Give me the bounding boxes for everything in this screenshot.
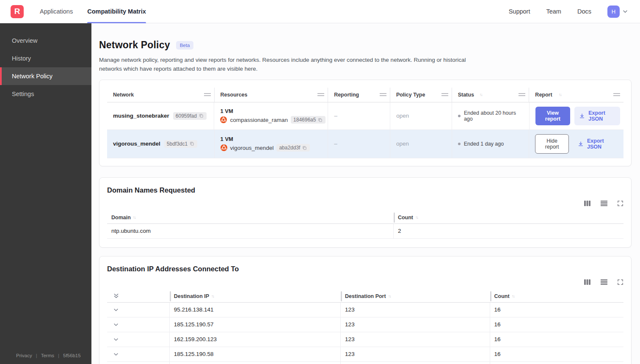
top-nav: R Applications Compatibility Matrix Supp…: [0, 0, 640, 23]
domains-card: Domain Names Requested Domain ↑↓ Count ↑…: [99, 177, 632, 248]
copy-icon[interactable]: [302, 145, 307, 151]
col-header-policy-type[interactable]: Policy Type: [390, 88, 452, 102]
divider: |: [36, 353, 37, 358]
export-json-button[interactable]: Export JSON: [573, 135, 620, 153]
nav-link-docs[interactable]: Docs: [577, 8, 591, 15]
destination-port: 123: [341, 362, 490, 364]
networks-table-header: Network Resources Reporting Policy Type …: [107, 88, 623, 102]
policy-type-value: open: [390, 102, 452, 130]
network-name: vigorous_mendel: [113, 141, 160, 147]
tab-compatibility-matrix[interactable]: Compatibility Matrix: [87, 0, 146, 23]
destination-ip: 185.125.190.57: [170, 317, 341, 332]
domain-value: ntp.ubuntu.com: [107, 224, 394, 238]
sort-icon[interactable]: ↑↓: [211, 294, 215, 298]
chevron-down-icon[interactable]: [111, 322, 119, 328]
column-resize-handle[interactable]: [204, 93, 211, 96]
status-dot: [458, 143, 461, 145]
networks-card: Network Resources Reporting Policy Type …: [99, 80, 632, 166]
col-header-resources[interactable]: Resources: [215, 88, 328, 102]
app-logo[interactable]: R: [11, 5, 24, 18]
sidebar-item-overview[interactable]: Overview: [0, 32, 91, 50]
tab-applications[interactable]: Applications: [40, 0, 73, 23]
destinations-card: Destination IP Addresses Connected To: [99, 256, 632, 364]
chevron-down-icon[interactable]: [111, 307, 119, 313]
view-report-button[interactable]: View report: [535, 107, 571, 125]
col-header-network[interactable]: Network: [107, 88, 215, 102]
column-resize-handle[interactable]: [380, 93, 386, 96]
tab-label: Compatibility Matrix: [87, 8, 146, 15]
domain-row: ntp.ubuntu.com 2: [107, 224, 623, 239]
col-header-count[interactable]: Count ↑↓: [490, 290, 623, 302]
divider: |: [58, 353, 59, 358]
expand-all-icon[interactable]: [111, 293, 119, 299]
destination-port: 123: [341, 347, 490, 361]
beta-badge: Beta: [176, 41, 194, 50]
destination-row: 162.159.200.123 123 16: [107, 332, 623, 347]
fullscreen-icon[interactable]: [617, 200, 623, 207]
col-header-destination-port[interactable]: Destination Port ↑↓: [341, 290, 490, 302]
sidebar-item-label: Settings: [12, 91, 34, 97]
col-header-report[interactable]: Report ↑↓: [529, 88, 623, 102]
copy-icon[interactable]: [317, 117, 323, 123]
count-value: 16: [490, 362, 623, 364]
resource-name: vigorous_mendel: [230, 145, 274, 151]
hide-report-button[interactable]: Hide report: [535, 134, 569, 154]
columns-icon[interactable]: [584, 279, 591, 285]
col-header-count[interactable]: Count ↑↓: [394, 212, 623, 223]
terms-link[interactable]: Terms: [41, 353, 54, 358]
col-header-reporting[interactable]: Reporting: [328, 88, 390, 102]
vm-count: 1 VM: [220, 108, 233, 114]
sidebar-item-history[interactable]: History: [0, 50, 91, 67]
network-row: vigorous_mendel 5bdf3dc1 1 VM vig: [107, 130, 623, 158]
count-value: 2: [394, 224, 623, 238]
copy-icon[interactable]: [189, 141, 195, 146]
privacy-link[interactable]: Privacy: [16, 353, 32, 358]
col-header-status[interactable]: Status ↑↓: [452, 88, 530, 102]
sort-icon[interactable]: ↑↓: [388, 294, 392, 298]
export-json-button[interactable]: Export JSON: [574, 107, 620, 125]
col-header-destination-ip[interactable]: Destination IP ↑↓: [170, 290, 341, 302]
column-resize-handle[interactable]: [613, 93, 620, 96]
ubuntu-icon: [220, 116, 227, 123]
vm-count: 1 VM: [221, 136, 233, 142]
reporting-value: –: [328, 102, 390, 130]
sort-icon[interactable]: ↑↓: [415, 215, 419, 220]
column-resize-handle[interactable]: [317, 93, 324, 96]
destination-row: 185.125.190.58 123 16: [107, 347, 623, 362]
destinations-table: Destination IP ↑↓ Destination Port ↑↓ Co…: [107, 290, 623, 364]
ubuntu-icon: [221, 144, 227, 151]
chevron-down-icon[interactable]: [111, 351, 119, 357]
sort-icon[interactable]: ↑↓: [480, 92, 483, 97]
col-header-domain[interactable]: Domain ↑↓: [107, 212, 394, 223]
rows-icon[interactable]: [600, 279, 608, 285]
nav-link-support[interactable]: Support: [509, 8, 530, 15]
copy-icon[interactable]: [199, 113, 204, 119]
user-menu[interactable]: H: [607, 6, 628, 18]
column-resize-handle[interactable]: [519, 93, 525, 96]
card-title: Destination IP Addresses Connected To: [107, 265, 623, 273]
columns-icon[interactable]: [584, 200, 591, 207]
resource-id-badge: aba2dd3f: [276, 144, 310, 152]
domains-table-header: Domain ↑↓ Count ↑↓: [107, 212, 623, 224]
resource-id-badge: 184696a5: [291, 116, 326, 124]
column-resize-handle[interactable]: [441, 93, 448, 96]
sort-icon[interactable]: ↑↓: [133, 215, 137, 220]
sidebar-item-label: History: [12, 55, 31, 62]
sidebar-item-label: Network Policy: [12, 73, 52, 80]
sort-icon[interactable]: ↑↓: [512, 294, 516, 298]
rows-icon[interactable]: [600, 200, 608, 207]
sidebar-item-network-policy[interactable]: Network Policy: [0, 67, 91, 85]
destination-port: 123: [341, 332, 490, 347]
sidebar-footer: Privacy | Terms | 5f56b15: [0, 353, 91, 364]
status-dot: [458, 115, 461, 117]
destination-port: 123: [341, 317, 490, 332]
nav-link-team[interactable]: Team: [546, 8, 561, 15]
avatar[interactable]: H: [607, 6, 620, 18]
destination-ip: 95.216.138.141: [170, 303, 341, 317]
fullscreen-icon[interactable]: [617, 279, 623, 285]
chevron-down-icon[interactable]: [111, 336, 119, 342]
col-header-expand: [107, 290, 170, 302]
reporting-value: –: [328, 130, 390, 158]
sort-icon[interactable]: ↑↓: [559, 92, 563, 97]
sidebar-item-settings[interactable]: Settings: [0, 85, 91, 103]
